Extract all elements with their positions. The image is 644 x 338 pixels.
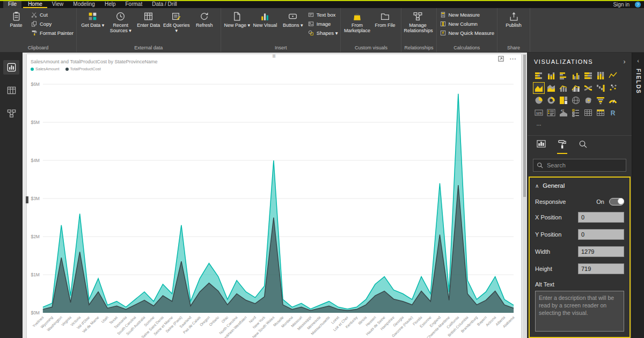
tab-home[interactable]: Home — [23, 1, 47, 8]
responsive-row: Responsive On — [535, 198, 624, 205]
tab-data-drill[interactable]: Data / Drill — [147, 1, 182, 8]
viz-icon-slicer[interactable] — [570, 107, 582, 119]
general-fields: Responsive On X PositionY PositionWidthH… — [530, 198, 630, 334]
viz-icon-filled-map[interactable] — [582, 94, 594, 106]
viz-icon-card[interactable]: 123 — [533, 107, 545, 119]
responsive-toggle[interactable] — [609, 198, 624, 205]
report-view-button[interactable] — [3, 60, 19, 75]
viz-icon-waterfall[interactable] — [595, 82, 606, 94]
height-input[interactable] — [578, 263, 624, 274]
viz-icon-matrix[interactable] — [595, 107, 606, 119]
publish-button[interactable]: Publish — [500, 9, 527, 28]
relationships-icon — [412, 11, 423, 22]
help-icon[interactable]: ? — [635, 2, 641, 8]
text-box-button[interactable]: Text box — [308, 11, 338, 18]
new-visual-button[interactable]: New Visual — [252, 9, 279, 28]
area-chart-svg[interactable]: $0M$1M$2M$3M$4M$5M$6MYvelinesWyomingWash… — [27, 54, 521, 338]
new-page-button[interactable]: New Page ▾ — [224, 9, 251, 28]
titlebar-right: Sign in ? — [613, 2, 641, 8]
viz-icon-clustered-column[interactable] — [570, 70, 582, 82]
analytics-tab-icon — [578, 139, 588, 149]
viz-icon-100-stacked-bar[interactable] — [582, 70, 594, 82]
ribbon-group-custom-visuals: From MarketplaceFrom FileCustom visuals — [341, 8, 401, 52]
data-view-button[interactable] — [3, 83, 19, 98]
sign-in-link[interactable]: Sign in — [613, 2, 630, 8]
x-position-label: X Position — [535, 214, 562, 221]
paste-button[interactable]: Paste — [3, 9, 30, 28]
viz-icon-line-clustered-column[interactable] — [570, 82, 582, 94]
model-view-button[interactable] — [3, 106, 19, 121]
buttons-button[interactable]: Buttons ▾ — [280, 9, 306, 28]
tab-format[interactable]: Format — [120, 1, 147, 8]
tab-file[interactable]: File — [3, 1, 21, 8]
numeric-fields: X PositionY PositionWidthHeight — [535, 212, 624, 274]
svg-text:$1M: $1M — [31, 272, 39, 277]
cut-button[interactable]: Cut — [31, 11, 74, 18]
analytics-tab[interactable] — [578, 139, 588, 154]
viz-icon-kpi[interactable]: 42 — [558, 107, 569, 119]
canvas-scrollbar-thumb[interactable] — [523, 55, 526, 197]
viz-icon-table[interactable] — [582, 107, 594, 119]
ribbon-group-external-data: Get Data ▾Recent Sources ▾Enter DataEdit… — [77, 8, 221, 52]
format-painter-button[interactable]: Format Painter — [31, 30, 74, 36]
viz-icon-stacked-column[interactable] — [545, 70, 557, 82]
from-file-button[interactable]: From File — [371, 9, 398, 28]
get-data-button[interactable]: Get Data ▾ — [79, 9, 106, 28]
viz-icon-stacked-bar[interactable] — [533, 70, 545, 82]
viz-icon-clustered-bar[interactable] — [558, 70, 569, 82]
svg-text:$3M: $3M — [31, 196, 39, 201]
from-marketplace-button[interactable]: From Marketplace — [343, 9, 370, 34]
viz-icon-gauge[interactable] — [607, 94, 619, 106]
table-grid-icon — [143, 11, 154, 22]
viz-icon-scatter[interactable] — [607, 82, 619, 94]
ribbon-group-label: Relationships — [404, 45, 433, 52]
x-position-input[interactable] — [578, 212, 624, 223]
copy-icon — [31, 20, 38, 27]
new-column-button[interactable]: New Column — [440, 20, 495, 27]
tab-modeling[interactable]: Modeling — [68, 1, 100, 8]
enter-data-button[interactable]: Enter Data — [135, 9, 162, 28]
fields-tab[interactable] — [536, 139, 546, 154]
general-section-highlight: ∧ General Responsive On X PositionY Posi… — [529, 177, 631, 338]
viz-icon-100-stacked-column[interactable] — [595, 70, 606, 82]
format-tab[interactable] — [557, 139, 567, 154]
viz-pane-tabs — [528, 135, 632, 154]
expand-fields-icon[interactable]: ‹ — [637, 57, 639, 64]
collapse-pane-icon[interactable]: › — [624, 58, 627, 65]
viz-icon-area[interactable] — [533, 82, 545, 94]
viz-icon-stacked-area[interactable] — [545, 82, 557, 94]
edit-queries-button[interactable]: Edit Queries ▾ — [163, 9, 190, 34]
search-icon — [537, 162, 543, 168]
width-input[interactable] — [578, 246, 624, 257]
tab-help[interactable]: Help — [100, 1, 121, 8]
viz-icon-map[interactable] — [570, 94, 582, 106]
viz-icon-multi-row-card[interactable] — [545, 107, 557, 119]
general-section-header[interactable]: ∧ General — [530, 178, 630, 192]
y-position-input[interactable] — [578, 229, 624, 240]
viz-icon-pie[interactable] — [533, 94, 545, 106]
copy-button[interactable]: Copy — [31, 20, 74, 27]
ribbon-stack: New MeasureNew ColumnNew Quick Measure — [440, 9, 495, 36]
viz-icon-line[interactable] — [607, 70, 619, 82]
alt-text-input[interactable] — [535, 291, 624, 332]
viz-icon-ribbon[interactable] — [582, 82, 594, 94]
manage-relationships-button[interactable]: Manage Relationships — [404, 9, 431, 34]
report-page[interactable]: ≡ ⋯ SalesAmount and TotalProductCost by … — [27, 54, 521, 338]
viz-icon-funnel[interactable] — [595, 94, 606, 106]
refresh-button[interactable]: Refresh — [191, 9, 218, 28]
button-label: Refresh — [196, 23, 213, 28]
viz-icon-donut[interactable] — [545, 94, 557, 106]
shapes-button[interactable]: Shapes ▾ — [308, 30, 338, 36]
viz-icon-r-script[interactable]: R — [607, 107, 619, 119]
new-measure-button[interactable]: New Measure — [440, 11, 495, 18]
tab-view[interactable]: View — [47, 1, 69, 8]
image-button[interactable]: Image — [308, 20, 338, 27]
canvas-scrollbar[interactable] — [523, 54, 526, 338]
new-quick-measure-button[interactable]: New Quick Measure — [440, 30, 495, 36]
recent-sources-button[interactable]: Recent Sources ▾ — [107, 9, 134, 34]
viz-icon-ellipsis[interactable]: ⋯ — [533, 119, 545, 131]
viz-icon-line-stacked-column[interactable] — [558, 82, 569, 94]
search-input[interactable] — [546, 161, 623, 169]
svg-text:Ontario: Ontario — [208, 315, 219, 327]
viz-icon-treemap[interactable] — [558, 94, 569, 106]
